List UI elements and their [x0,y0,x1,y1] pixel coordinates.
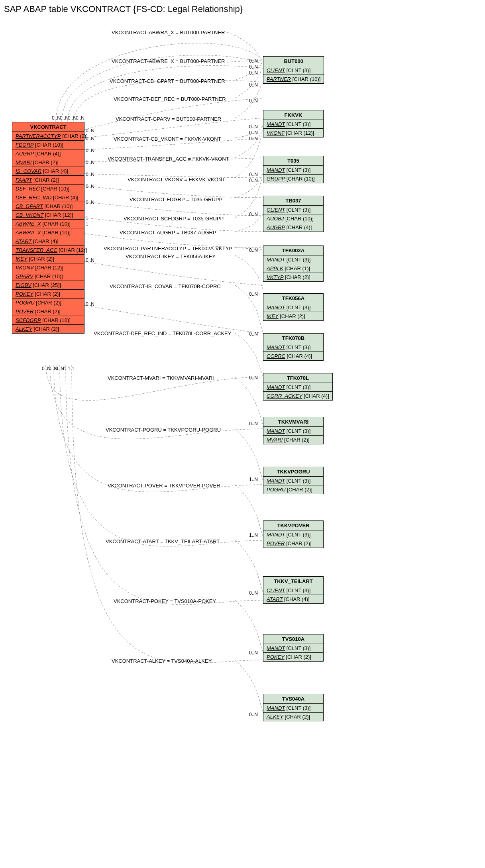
entity-field: MANDT [CLNT (3)] [263,477,323,485]
entity-tkkv_teilart: TKKV_TEILARTCLIENT [CLNT (3)]ATART [CHAR… [263,576,324,604]
relation-label: VKCONTRACT-VKONV = FKKVK-VKONT [128,177,225,183]
relation-label: VKCONTRACT-MVARI = TKKVMVARI-MVARI [108,375,214,381]
entity-header: TKKVPOVER [263,521,323,530]
entity-field: MANDT [CLNT (3)] [263,303,323,312]
cardinality: 0..N [249,178,258,183]
relation-label: VKCONTRACT-ABWRE_X = BUT000-PARTNER [112,58,225,64]
cardinality: 0..N [249,172,258,177]
entity-field: MANDT [CLNT (3)] [263,383,332,392]
relation-label: VKCONTRACT-DEF_REC_IND = TFK070L-CORR_AC… [94,330,231,336]
cardinality: 0..N [86,148,94,153]
relation-label: VKCONTRACT-FDGRP = T035-GRUPP [130,196,222,202]
entity-tfk056a: TFK056AMANDT [CLNT (3)]IKEY [CHAR (2)] [263,293,324,321]
entity-tfk070b: TFK070BMANDT [CLNT (3)]COPRC [CHAR (4)] [263,333,324,361]
entity-field: CLIENT [CLNT (3)] [263,206,323,214]
entity-field: DEF_REC [CHAR (10)] [12,185,84,193]
entity-field: ALKEY [CHAR (2)] [12,325,84,333]
relation-label: VKCONTRACT-PARTNERACCTYP = TFK002A-VKTYP [104,245,232,251]
relation-label: VKCONTRACT-CB_GPART = BUT000-PARTNER [110,78,225,84]
cardinality: 0..N [52,115,61,121]
entity-fkkvk: FKKVKMANDT [CLNT (3)]VKONT [CHAR (12)] [263,110,324,137]
entity-field: EIGBV [CHAR (25)] [12,281,84,290]
relation-label: VKCONTRACT-POKEY = TVS010A-POKEY [114,598,216,604]
cardinality: 0..N [249,712,258,717]
entity-field: CB_VKONT [CHAR (12)] [12,211,84,220]
cardinality: 0..N [249,82,258,88]
cardinality: 0..N [249,291,258,297]
entity-t035: T035MANDT [CLNT (3)]GRUPP [CHAR (10)] [263,156,324,183]
cardinality: 1 [86,216,88,221]
relation-label: VKCONTRACT-GPARV = BUT000-PARTNER [116,116,221,122]
entity-field: MANDT [CLNT (3)] [263,166,323,175]
entity-field: FAART [CHAR (2)] [12,176,84,185]
entity-header: TKKVMVARI [263,417,323,427]
cardinality: 1..N [249,532,258,538]
entity-field: DEF_REC_IND [CHAR (4)] [12,193,84,202]
entity-field: IS_COVAR [CHAR (4)] [12,167,84,176]
entity-field: PARTNER [CHAR (10)] [263,75,324,83]
entity-field: POGRU [CHAR (2)] [263,485,323,494]
entity-field: ABWRE_X [CHAR (10)] [12,220,84,228]
entity-field: MANDT [CLNT (3)] [263,255,323,264]
relation-label: VKCONTRACT-IKEY = TFK056A-IKEY [126,253,216,259]
cardinality: 0..N [86,128,94,134]
cardinality: 0..N [249,247,258,253]
cardinality: 0..N [249,421,258,426]
entity-field: POKEY [CHAR (2)] [263,653,323,661]
relation-label: VKCONTRACT-ABWRA_X = BUT000-PARTNER [112,29,225,35]
entity-tfk002a: TFK002AMANDT [CLNT (3)]APPLK [CHAR (1)]V… [263,245,324,282]
entity-field: TRANSFER_ACC [CHAR (12)] [12,246,84,255]
cardinality: 0..N [249,64,258,70]
entity-field: FDGRP [CHAR (10)] [12,141,84,149]
entity-field: GRUPP [CHAR (10)] [263,175,323,183]
relation-label: VKCONTRACT-DEF_REC = BUT000-PARTNER [114,96,226,102]
relation-label: VKCONTRACT-POVER = TKKVPOVER-POVER [108,483,220,489]
cardinality: 0..N [86,136,94,141]
entity-header: TFK070L [263,373,332,383]
relation-label: VKCONTRACT-ALKEY = TVS040A-ALKEY [112,658,212,664]
entity-header: TKKVPOGRU [263,467,323,477]
cardinality: 0..N [249,124,258,130]
entity-field: APPLK [CHAR (1)] [263,264,323,273]
cardinality: 0..N [86,172,94,177]
cardinality: 0..N [249,590,258,596]
entity-field: CB_GPART [CHAR (10)] [12,202,84,211]
entity-tvs040a: TVS040AMANDT [CLNT (3)]ALKEY [CHAR (2)] [263,694,324,721]
cardinality: 0..N [86,160,94,165]
cardinality: 0..N [249,130,258,136]
entity-field: VKTYP [CHAR (2)] [263,273,323,281]
cardinality: 1 [72,366,75,371]
entity-field: MANDT [CLNT (3)] [263,644,323,653]
entity-field: GPARV [CHAR (10)] [12,272,84,281]
page-title: SAP ABAP table VKCONTRACT {FS-CD: Legal … [4,4,485,14]
entity-tfk070l: TFK070LMANDT [CLNT (3)]CORR_ACKEY [CHAR … [263,373,333,401]
entity-field: IKEY [CHAR (2)] [263,312,323,320]
cardinality: 0..N [86,200,94,205]
cardinality: 1 [68,366,71,371]
entity-header: BUT000 [263,57,324,66]
cardinality: 1 [86,222,88,227]
entity-header: TFK002A [263,246,323,255]
entity-field: MANDT [CLNT (3)] [263,120,323,129]
entity-header: TB037 [263,196,323,206]
cardinality: 1 [64,366,67,371]
cardinality: 0..N [86,184,94,189]
relation-label: VKCONTRACT-SCFDGRP = T035-GRUPP [124,216,224,222]
cardinality: 0..N [86,257,94,263]
entity-tkkvpogru: TKKVPOGRUMANDT [CLNT (3)]POGRU [CHAR (2)… [263,467,324,494]
entity-header: T035 [263,156,323,166]
entity-field: MANDT [CLNT (3)] [263,530,323,539]
cardinality: 0..N [86,301,94,307]
entity-field: MANDT [CLNT (3)] [263,704,323,713]
cardinality: 0..N [249,650,258,656]
entity-field: MANDT [CLNT (3)] [263,427,323,436]
entity-field: POGRU [CHAR (2)] [12,298,84,307]
er-diagram: VKCONTRACT PARTNERACCTYP [CHAR (2)]FDGRP… [4,18,485,863]
cardinality: 0..N [249,136,258,141]
cardinality: 0..N [76,115,84,121]
entity-tvs010a: TVS010AMANDT [CLNT (3)]POKEY [CHAR (2)] [263,634,324,662]
entity-field: MVARI [CHAR (2)] [12,158,84,167]
entity-field: ATART [CHAR (4)] [12,237,84,246]
entity-field: CLIENT [CLNT (3)] [263,66,324,75]
cardinality: 0..N [68,115,77,121]
